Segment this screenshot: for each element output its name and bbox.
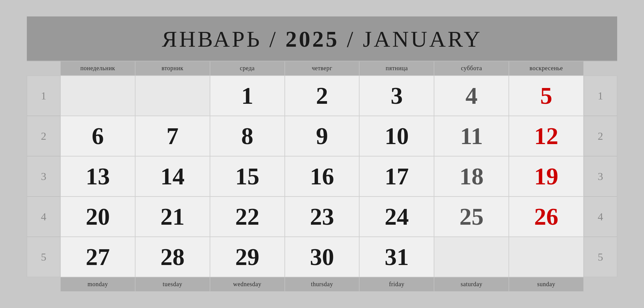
cell-w3-wed[interactable]: 15	[210, 156, 285, 196]
week-num-3: 3	[27, 156, 60, 196]
cell-w3-sun[interactable]: 19	[509, 156, 584, 196]
cell-w2-fri[interactable]: 10	[359, 116, 434, 156]
cell-w2-wed[interactable]: 8	[210, 116, 285, 156]
cell-w5-tue[interactable]: 28	[135, 237, 210, 277]
header-wednesday-ru: среда	[210, 61, 285, 76]
week-num-right-4: 4	[584, 196, 617, 237]
cell-w2-tue[interactable]: 7	[135, 116, 210, 156]
week-num-right-3: 3	[584, 156, 617, 196]
cell-w2-thu[interactable]: 9	[285, 116, 360, 156]
footer-friday-en: friday	[359, 277, 434, 292]
cell-w4-mon[interactable]: 20	[60, 196, 135, 237]
header-thursday-ru: четверг	[285, 61, 360, 76]
cell-w4-thu[interactable]: 23	[285, 196, 360, 237]
cell-w1-sun[interactable]: 5	[509, 76, 584, 116]
month-ru: ЯНВАРЬ	[162, 26, 262, 52]
cell-w4-tue[interactable]: 21	[135, 196, 210, 237]
calendar-header: ЯНВАРЬ / 2025 / JANUARY	[27, 16, 617, 61]
header-tuesday-ru: вторник	[135, 61, 210, 76]
cell-w2-mon[interactable]: 6	[60, 116, 135, 156]
year: 2025	[285, 26, 339, 52]
cell-w1-mon[interactable]	[60, 76, 135, 116]
header-friday-ru: пятница	[359, 61, 434, 76]
footer-empty-left	[27, 277, 60, 292]
cell-w3-sat[interactable]: 18	[434, 156, 509, 196]
header-sunday-ru: воскресенье	[509, 61, 584, 76]
footer-empty-right	[584, 277, 617, 292]
cell-w1-tue[interactable]	[135, 76, 210, 116]
cell-w1-sat[interactable]: 4	[434, 76, 509, 116]
footer-thursday-en: thursday	[285, 277, 360, 292]
week-num-right-1: 1	[584, 76, 617, 116]
footer-monday-en: monday	[60, 277, 135, 292]
cell-w2-sun[interactable]: 12	[509, 116, 584, 156]
cell-w5-wed[interactable]: 29	[210, 237, 285, 277]
header-empty-right	[584, 61, 617, 76]
calendar-grid: понедельник вторник среда четверг пятниц…	[27, 61, 617, 292]
calendar: ЯНВАРЬ / 2025 / JANUARY понедельник втор…	[27, 16, 617, 292]
cell-w3-tue[interactable]: 14	[135, 156, 210, 196]
month-en: JANUARY	[363, 26, 482, 52]
cell-w2-sat[interactable]: 11	[434, 116, 509, 156]
cell-w5-fri[interactable]: 31	[359, 237, 434, 277]
header-monday-ru: понедельник	[60, 61, 135, 76]
footer-sunday-en: sunday	[509, 277, 584, 292]
cell-w5-sat[interactable]	[434, 237, 509, 277]
week-num-1: 1	[27, 76, 60, 116]
cell-w4-sun[interactable]: 26	[509, 196, 584, 237]
cell-w1-fri[interactable]: 3	[359, 76, 434, 116]
cell-w3-fri[interactable]: 17	[359, 156, 434, 196]
cell-w1-thu[interactable]: 2	[285, 76, 360, 116]
separator2: /	[347, 26, 363, 52]
footer-saturday-en: saturday	[434, 277, 509, 292]
cell-w5-mon[interactable]: 27	[60, 237, 135, 277]
cell-w5-sun[interactable]	[509, 237, 584, 277]
cell-w4-sat[interactable]: 25	[434, 196, 509, 237]
week-num-right-2: 2	[584, 116, 617, 156]
cell-w3-thu[interactable]: 16	[285, 156, 360, 196]
separator1: /	[269, 26, 285, 52]
footer-wednesday-en: wednesday	[210, 277, 285, 292]
footer-tuesday-en: tuesday	[135, 277, 210, 292]
week-num-5: 5	[27, 237, 60, 277]
week-num-right-5: 5	[584, 237, 617, 277]
cell-w3-mon[interactable]: 13	[60, 156, 135, 196]
week-num-2: 2	[27, 116, 60, 156]
cell-w4-fri[interactable]: 24	[359, 196, 434, 237]
header-empty-left	[27, 61, 60, 76]
calendar-title: ЯНВАРЬ / 2025 / JANUARY	[27, 26, 617, 52]
header-saturday-ru: суббота	[434, 61, 509, 76]
cell-w5-thu[interactable]: 30	[285, 237, 360, 277]
week-num-4: 4	[27, 196, 60, 237]
cell-w4-wed[interactable]: 22	[210, 196, 285, 237]
cell-w1-wed[interactable]: 1	[210, 76, 285, 116]
